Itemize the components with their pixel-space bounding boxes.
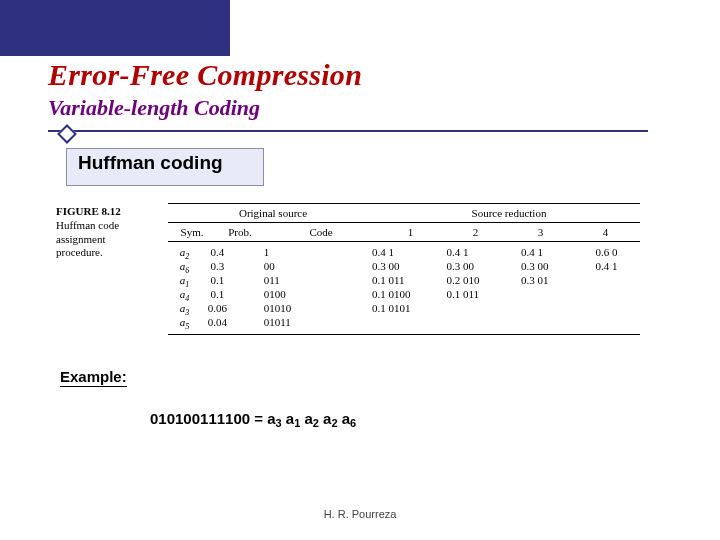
col-4: 4 [573,223,638,241]
col-code: Code [264,223,378,241]
table-row: a10.10110.1 0110.2 0100.3 01 [168,274,640,288]
col-source-reduction: Source reduction [378,204,640,222]
col-3: 3 [508,223,573,241]
col-prob: Prob. [216,223,264,241]
title-underline [48,130,648,132]
table-header-cols: Sym. Prob. Code 1 2 3 4 [168,223,640,242]
slide-footer: H. R. Pourreza [0,508,720,520]
col-original-source: Original source [168,204,378,222]
figure-number: FIGURE 8.12 [56,205,121,217]
section-label: Huffman coding [78,152,223,174]
slide-title: Error-Free Compression [48,58,362,92]
col-1: 1 [378,223,443,241]
figure-caption-text: Huffman code assignment procedure. [56,219,119,259]
slide: Error-Free Compression Variable-length C… [0,0,720,540]
decode-expression: 010100111100 = a3 a1 a2 a2 a6 [150,410,356,429]
title-underline-notch [57,124,77,144]
col-sym: Sym. [168,223,216,241]
example-label: Example: [60,368,127,387]
col-2: 2 [443,223,508,241]
table-row: a60.3000.3 000.3 000.3 000.4 1 [168,260,640,274]
slide-subtitle: Variable-length Coding [48,95,260,121]
table-row: a50.0401011 [168,316,640,330]
header-accent-bar [0,0,230,56]
table-header-group: Original source Source reduction [168,204,640,223]
huffman-table: Original source Source reduction Sym. Pr… [168,203,640,335]
table-row: a20.410.4 10.4 10.4 10.6 0 [168,246,640,260]
figure-caption: FIGURE 8.12 Huffman code assignment proc… [56,205,151,260]
table-row: a30.06010100.1 0101 [168,302,640,316]
table-body: a20.410.4 10.4 10.4 10.6 0a60.3000.3 000… [168,242,640,334]
table-row: a40.101000.1 01000.1 011 [168,288,640,302]
